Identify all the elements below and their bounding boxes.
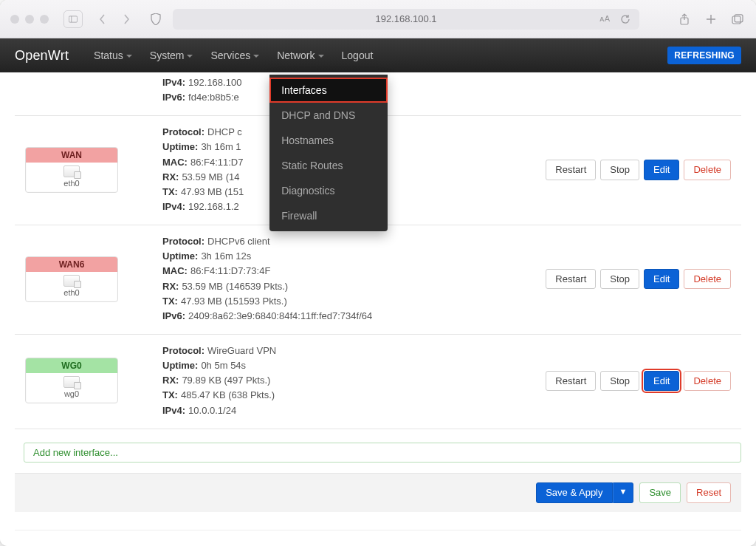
save-apply-button[interactable]: Save & Apply	[536, 482, 612, 503]
interface-name: WG0	[26, 358, 117, 373]
interface-device: eth0	[26, 288, 117, 297]
traffic-lights	[10, 15, 49, 24]
delete-button[interactable]: Delete	[684, 269, 731, 290]
dropdown-dhcp-dns[interactable]: DHCP and DNS	[269, 103, 388, 128]
browser-toolbar: 192.168.100.1 ᴀA	[0, 0, 756, 38]
tabs-overview-icon[interactable]	[729, 11, 746, 27]
svg-rect-0	[69, 16, 77, 21]
sidebar-toggle-icon[interactable]	[63, 10, 83, 28]
ethernet-icon	[63, 275, 80, 287]
edit-button[interactable]: Edit	[644, 160, 679, 180]
dropdown-diagnostics[interactable]: Diagnostics	[269, 178, 388, 203]
interface-actions: Restart Stop Edit Delete	[546, 269, 741, 290]
menu-system[interactable]: System	[142, 41, 201, 70]
ethernet-icon	[63, 376, 80, 388]
restart-button[interactable]: Restart	[546, 160, 596, 180]
ipv6-value: fd4e:b8b5:e	[188, 92, 239, 103]
chevron-down-icon	[126, 55, 132, 58]
save-bar: Save & Apply ▼ Save Reset	[15, 473, 741, 512]
dropdown-static-routes[interactable]: Static Routes	[269, 153, 388, 178]
interface-device: eth0	[26, 179, 117, 188]
menu-logout[interactable]: Logout	[334, 41, 381, 70]
add-interface-row: Add new interface...	[15, 429, 741, 474]
network-dropdown: Interfaces DHCP and DNS Hostnames Static…	[269, 75, 388, 231]
interface-details: Protocol:WireGuard VPN Uptime:0h 5m 54s …	[162, 344, 546, 418]
ethernet-icon	[63, 165, 80, 177]
chevron-down-icon	[187, 55, 193, 58]
interface-details: Protocol:DHCPv6 client Uptime:3h 16m 12s…	[162, 234, 546, 324]
refreshing-badge[interactable]: REFRESHING	[667, 47, 741, 64]
restart-button[interactable]: Restart	[546, 269, 596, 290]
url-text: 192.168.100.1	[375, 13, 436, 24]
menu-status[interactable]: Status	[86, 41, 140, 70]
brand[interactable]: OpenWrt	[15, 48, 69, 64]
interface-name: WAN	[26, 148, 117, 163]
interface-actions: Restart Stop Edit Delete	[546, 160, 741, 180]
menu-services[interactable]: Services	[203, 41, 267, 70]
dropdown-firewall[interactable]: Firewall	[269, 203, 388, 228]
svg-rect-6	[732, 16, 740, 24]
forward-button[interactable]	[117, 10, 136, 28]
save-button[interactable]: Save	[639, 482, 681, 503]
interface-box-wan[interactable]: WAN eth0	[25, 147, 118, 193]
delete-button[interactable]: Delete	[684, 160, 731, 180]
reload-icon[interactable]	[617, 11, 633, 27]
zoom-window-icon[interactable]	[40, 15, 49, 24]
interface-row-wan6: WAN6 eth0 Protocol:DHCPv6 client Uptime:…	[15, 225, 741, 334]
interface-box-wg0[interactable]: WG0 wg0	[25, 358, 118, 403]
chevron-down-icon	[253, 55, 259, 58]
interface-details: IPv4:192.168.100 IPv6:fd4e:b8b5:e	[162, 75, 731, 105]
svg-rect-7	[735, 14, 743, 21]
app-header: OpenWrt Status System Services Network I…	[0, 38, 756, 72]
interface-row-wg0: WG0 wg0 Protocol:WireGuard VPN Uptime:0h…	[15, 334, 741, 429]
footer-legal: Powered by LuCI openwrt-21.02 branch (gi…	[15, 530, 741, 546]
minimize-window-icon[interactable]	[25, 15, 34, 24]
add-interface-button[interactable]: Add new interface...	[24, 443, 741, 463]
share-icon[interactable]	[676, 11, 693, 27]
save-apply-dropdown[interactable]: ▼	[613, 482, 634, 503]
shield-icon[interactable]	[148, 11, 164, 27]
menu-network[interactable]: Network Interfaces DHCP and DNS Hostname…	[269, 41, 331, 70]
back-button[interactable]	[93, 10, 112, 28]
restart-button[interactable]: Restart	[546, 371, 596, 392]
delete-button[interactable]: Delete	[684, 371, 731, 392]
reader-icon[interactable]: ᴀA	[597, 11, 613, 27]
new-tab-icon[interactable]	[703, 11, 719, 27]
dropdown-interfaces[interactable]: Interfaces	[269, 78, 388, 103]
stop-button[interactable]: Stop	[600, 371, 639, 392]
reset-button[interactable]: Reset	[687, 482, 731, 503]
chevron-down-icon	[318, 55, 324, 58]
dropdown-hostnames[interactable]: Hostnames	[269, 128, 388, 153]
url-bar[interactable]: 192.168.100.1 ᴀA	[173, 9, 639, 30]
interface-device: wg0	[26, 389, 117, 398]
ipv4-value: 192.168.100	[188, 77, 241, 88]
interface-name: WAN6	[26, 257, 117, 272]
interface-box-wan6[interactable]: WAN6 eth0	[25, 256, 118, 302]
nav-arrows	[93, 10, 136, 28]
interface-actions: Restart Stop Edit Delete	[546, 371, 741, 392]
save-apply-group: Save & Apply ▼	[536, 482, 633, 503]
stop-button[interactable]: Stop	[600, 269, 639, 290]
close-window-icon[interactable]	[10, 15, 19, 24]
edit-button[interactable]: Edit	[644, 371, 679, 392]
edit-button[interactable]: Edit	[644, 269, 679, 290]
stop-button[interactable]: Stop	[600, 160, 639, 180]
